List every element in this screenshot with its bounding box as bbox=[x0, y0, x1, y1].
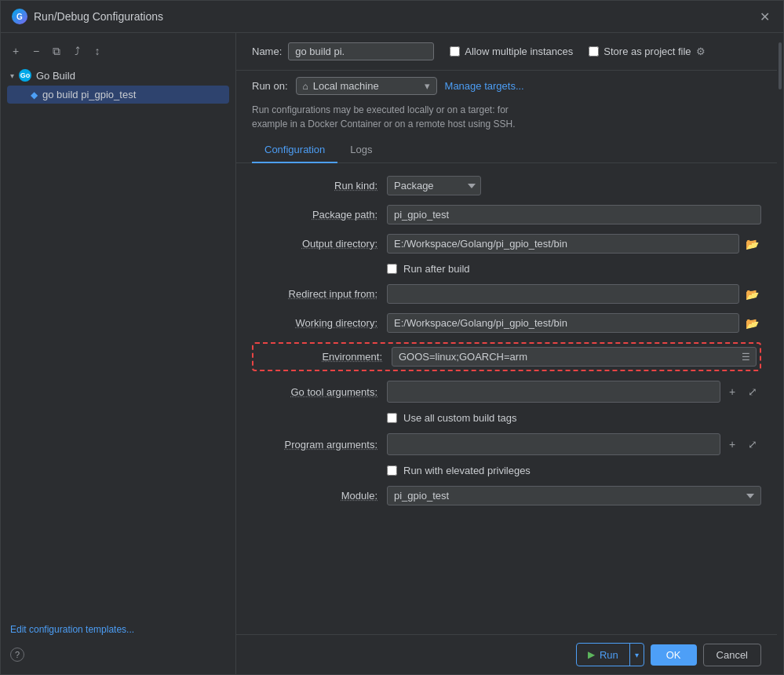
program-args-add-button[interactable]: + bbox=[724, 436, 741, 453]
package-path-label: Package path: bbox=[252, 209, 377, 221]
bottom-bar: ▶ Run ▾ OK Cancel bbox=[236, 634, 777, 674]
working-directory-row: Working directory: 📂 bbox=[252, 313, 761, 333]
redirect-input-row: Redirect input from: 📂 bbox=[252, 284, 761, 304]
go-tool-args-add-button[interactable]: + bbox=[724, 383, 741, 400]
cancel-button[interactable]: Cancel bbox=[703, 644, 761, 666]
program-args-input[interactable] bbox=[387, 433, 720, 455]
environment-input[interactable] bbox=[392, 347, 757, 367]
name-input[interactable] bbox=[288, 42, 434, 60]
store-project-checkbox[interactable] bbox=[589, 46, 599, 57]
description-content: Run configurations may be executed local… bbox=[252, 104, 516, 130]
main-content: + − ⧉ ⤴ ↕ ▾ Go Go Build ◆ go build pi_gp… bbox=[1, 33, 783, 674]
ok-button[interactable]: OK bbox=[651, 644, 697, 666]
close-button[interactable]: ✕ bbox=[757, 9, 772, 24]
environment-highlighted-row: Environment: ☰ bbox=[252, 342, 761, 371]
remove-config-button[interactable]: − bbox=[27, 42, 45, 60]
name-label: Name: bbox=[252, 46, 282, 57]
allow-multiple-row[interactable]: Allow multiple instances bbox=[450, 46, 573, 57]
config-item-icon: ◆ bbox=[31, 89, 38, 100]
copy-config-button[interactable]: ⧉ bbox=[48, 42, 65, 60]
run-kind-label: Run kind: bbox=[252, 180, 377, 192]
run-after-build-row: Run after build bbox=[252, 263, 761, 275]
go-build-icon: Go bbox=[19, 69, 31, 82]
run-elevated-label: Run with elevated privileges bbox=[403, 465, 531, 476]
go-tool-args-input[interactable] bbox=[387, 381, 720, 403]
allow-multiple-label: Allow multiple instances bbox=[465, 46, 573, 57]
store-project-label: Store as project file bbox=[603, 46, 691, 57]
go-tool-args-expand-button[interactable]: ⤢ bbox=[744, 383, 761, 400]
go-build-group-label: Go Build bbox=[36, 70, 75, 82]
dialog-title: Run/Debug Configurations bbox=[34, 10, 163, 23]
redirect-input-browse-button[interactable]: 📂 bbox=[742, 285, 761, 304]
run-after-build-label: Run after build bbox=[403, 263, 470, 275]
output-directory-label: Output directory: bbox=[252, 238, 377, 250]
title-bar-left: G Run/Debug Configurations bbox=[12, 9, 163, 24]
program-args-label: Program arguments: bbox=[252, 439, 377, 451]
sidebar-item-label: go build pi_gpio_test bbox=[42, 89, 136, 100]
dropdown-chevron-icon: ▾ bbox=[425, 80, 430, 92]
move-config-button[interactable]: ⤴ bbox=[68, 42, 86, 60]
output-directory-container: 📂 bbox=[387, 234, 761, 254]
run-elevated-checkbox[interactable] bbox=[387, 465, 397, 476]
go-build-group: ▾ Go Go Build ◆ go build pi_gpio_test bbox=[1, 66, 235, 104]
sidebar-bottom: Edit configuration templates... bbox=[1, 617, 235, 641]
module-row: Module: pi_gpio_test bbox=[252, 486, 761, 505]
allow-multiple-checkbox[interactable] bbox=[450, 46, 460, 57]
run-dropdown-button[interactable]: ▾ bbox=[630, 646, 644, 664]
use-custom-tags-checkbox[interactable] bbox=[387, 413, 397, 423]
add-config-button[interactable]: + bbox=[7, 42, 24, 60]
tab-configuration[interactable]: Configuration bbox=[252, 137, 337, 163]
right-panel: Name: Allow multiple instances Store as … bbox=[236, 33, 777, 674]
go-tool-args-label: Go tool arguments: bbox=[252, 386, 377, 398]
run-button-label: Run bbox=[600, 649, 618, 661]
output-directory-row: Output directory: 📂 bbox=[252, 234, 761, 254]
store-project-gear-icon[interactable]: ⚙ bbox=[696, 46, 706, 57]
redirect-input-field[interactable] bbox=[387, 284, 739, 304]
form-area: Run kind: Package File Directory Package… bbox=[236, 163, 777, 634]
environment-browse-button[interactable]: ☰ bbox=[738, 349, 753, 365]
run-kind-row: Run kind: Package File Directory bbox=[252, 176, 761, 195]
store-project-row[interactable]: Store as project file ⚙ bbox=[589, 46, 705, 57]
description-text: Run configurations may be executed local… bbox=[236, 101, 777, 137]
scrollbar[interactable] bbox=[777, 33, 783, 674]
module-select[interactable]: pi_gpio_test bbox=[387, 486, 761, 505]
module-select-container: pi_gpio_test bbox=[387, 486, 761, 505]
edit-templates-link[interactable]: Edit configuration templates... bbox=[10, 624, 134, 635]
sidebar: + − ⧉ ⤴ ↕ ▾ Go Go Build ◆ go build pi_gp… bbox=[1, 33, 236, 674]
go-build-group-header[interactable]: ▾ Go Go Build bbox=[4, 66, 232, 85]
use-custom-tags-label: Use all custom build tags bbox=[403, 412, 517, 424]
package-path-row: Package path: bbox=[252, 205, 761, 224]
output-directory-input[interactable] bbox=[387, 234, 739, 254]
run-button[interactable]: ▶ Run bbox=[577, 644, 629, 666]
sort-config-button[interactable]: ↕ bbox=[89, 42, 106, 60]
program-args-row: Program arguments: + ⤢ bbox=[252, 433, 761, 455]
scrollbar-thumb bbox=[779, 42, 782, 89]
go-tool-args-row: Go tool arguments: + ⤢ bbox=[252, 381, 761, 403]
go-tool-args-container: + ⤢ bbox=[387, 381, 761, 403]
name-row: Name: bbox=[252, 42, 434, 60]
run-kind-select[interactable]: Package File Directory bbox=[387, 176, 481, 195]
sidebar-toolbar: + − ⧉ ⤴ ↕ bbox=[1, 39, 235, 66]
sidebar-item-go-build-pi[interactable]: ◆ go build pi_gpio_test bbox=[7, 86, 229, 104]
sidebar-footer: ? bbox=[1, 641, 235, 668]
run-on-label: Run on: bbox=[252, 80, 288, 92]
output-directory-browse-button[interactable]: 📂 bbox=[742, 235, 761, 254]
run-on-row: Run on: ⌂ Local machine ▾ Manage targets… bbox=[236, 71, 777, 101]
run-on-dropdown[interactable]: ⌂ Local machine ▾ bbox=[296, 77, 437, 95]
program-args-expand-button[interactable]: ⤢ bbox=[744, 436, 761, 453]
tab-logs[interactable]: Logs bbox=[337, 137, 385, 163]
help-button[interactable]: ? bbox=[10, 648, 24, 662]
environment-input-container: ☰ bbox=[392, 347, 757, 367]
redirect-input-container: 📂 bbox=[387, 284, 761, 304]
home-icon: ⌂ bbox=[303, 81, 308, 92]
environment-row: Environment: ☰ bbox=[257, 347, 757, 367]
working-directory-browse-button[interactable]: 📂 bbox=[742, 314, 761, 333]
run-button-group: ▶ Run ▾ bbox=[576, 643, 644, 666]
run-elevated-row: Run with elevated privileges bbox=[252, 465, 761, 476]
run-after-build-checkbox[interactable] bbox=[387, 264, 397, 274]
working-directory-input[interactable] bbox=[387, 313, 739, 333]
package-path-input[interactable] bbox=[387, 205, 761, 224]
title-bar: G Run/Debug Configurations ✕ bbox=[1, 1, 783, 33]
config-header: Name: Allow multiple instances Store as … bbox=[236, 33, 777, 71]
manage-targets-link[interactable]: Manage targets... bbox=[445, 80, 524, 92]
